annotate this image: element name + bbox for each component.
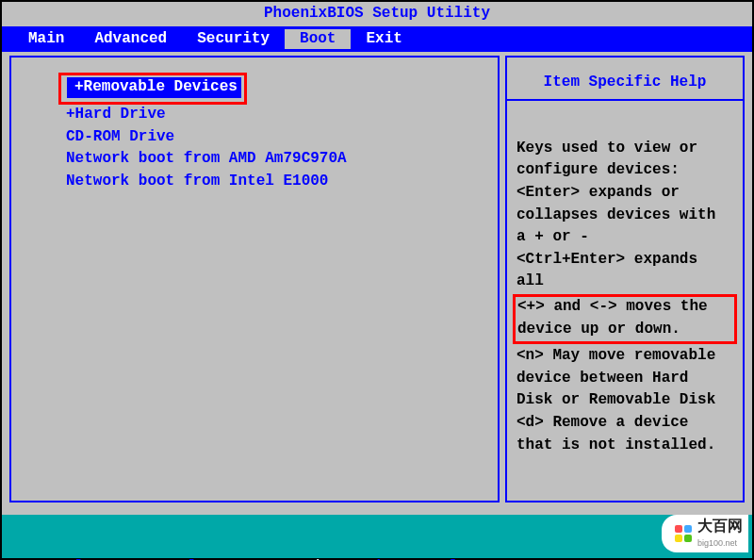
help-line: <d> Remove a device	[516, 413, 733, 434]
watermark: 大百网 big100.net	[662, 515, 748, 552]
boot-cdrom[interactable]: CD-ROM Drive	[66, 127, 488, 148]
help-line: that is not installed.	[516, 436, 733, 456]
help-line: a + or -	[516, 227, 733, 248]
help-panel: Item Specific Help Keys used to view or …	[505, 56, 745, 502]
help-line: configure devices:	[516, 160, 733, 181]
boot-hard-drive[interactable]: +Hard Drive	[66, 105, 488, 125]
footer-bar: F1 Help ↑↓ Select Item -/+ Change Values…	[2, 515, 752, 558]
menu-boot[interactable]: Boot	[285, 29, 351, 50]
help-line: <+> and <-> moves the	[517, 297, 732, 318]
help-line: Keys used to view or	[516, 139, 733, 159]
boot-net-amd[interactable]: Network boot from AMD Am79C970A	[66, 149, 488, 170]
watermark-icon	[675, 525, 692, 542]
help-line: device between Hard	[516, 369, 733, 389]
help-title: Item Specific Help	[507, 63, 743, 101]
help-line: <n> May move removable	[516, 346, 733, 367]
boot-net-intel[interactable]: Network boot from Intel E1000	[66, 172, 488, 192]
menu-advanced[interactable]: Advanced	[79, 29, 182, 50]
bios-screen: PhoenixBIOS Setup Utility Main Advanced …	[0, 0, 754, 560]
help-line: all	[516, 272, 733, 292]
title-text: PhoenixBIOS Setup Utility	[264, 5, 490, 22]
title-bar: PhoenixBIOS Setup Utility	[2, 2, 752, 26]
menu-main[interactable]: Main	[13, 29, 79, 50]
menu-security[interactable]: Security	[182, 29, 285, 50]
boot-removable-devices[interactable]: +Removable Devices	[67, 77, 241, 98]
help-body: Keys used to view or configure devices: …	[507, 139, 743, 455]
menu-bar: Main Advanced Security Boot Exit	[2, 26, 752, 53]
help-line: <Enter> expands or	[516, 183, 733, 204]
help-line: collapses devices with	[516, 206, 733, 226]
highlight-move-keys: <+> and <-> moves the device up or down.	[513, 294, 737, 344]
watermark-text: 大百网 big100.net	[697, 519, 743, 549]
content-area: +Removable Devices +Hard Drive CD-ROM Dr…	[2, 52, 752, 506]
help-line: <Ctrl+Enter> expands	[516, 250, 733, 271]
help-line: Disk or Removable Disk	[516, 390, 733, 411]
menu-exit[interactable]: Exit	[351, 29, 417, 50]
boot-order-panel: +Removable Devices +Hard Drive CD-ROM Dr…	[9, 56, 500, 502]
help-line: device up or down.	[517, 320, 732, 340]
highlight-removable: +Removable Devices	[58, 73, 247, 105]
